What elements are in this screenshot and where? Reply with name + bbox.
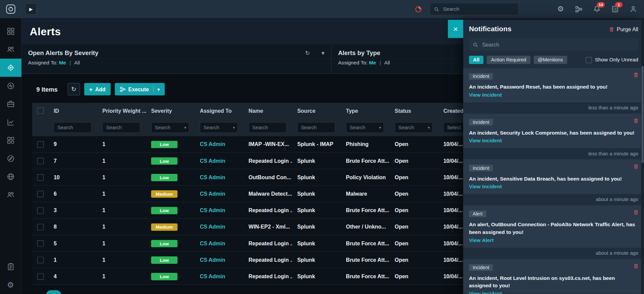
filter-assigned-input[interactable] [203, 124, 232, 131]
filter-chip-action-required[interactable]: Action Required [487, 56, 531, 64]
view-incident-link[interactable]: View Incident [469, 92, 638, 98]
column-header-status[interactable]: Status [390, 107, 438, 113]
notification-card[interactable]: Incident An incident, Root Level Intrusi… [463, 259, 644, 294]
trash-icon[interactable] [633, 72, 639, 78]
notification-card[interactable]: Incident An incident, Security Lock Comp… [463, 114, 644, 148]
add-button[interactable]: + Add [84, 83, 111, 95]
notifications-bell-icon[interactable]: 14 [593, 5, 601, 13]
settings-gear-icon[interactable]: ⚙ [556, 5, 565, 13]
sidebar-item-incidents[interactable] [0, 77, 21, 95]
view-incident-link[interactable]: View Incident [469, 184, 638, 190]
play-icon: ▶ [29, 6, 33, 12]
column-header-name[interactable]: Name [244, 107, 292, 113]
notification-type-badge: Alert [469, 211, 486, 217]
row-checkbox[interactable] [37, 141, 44, 148]
row-checkbox[interactable] [37, 207, 44, 214]
play-button[interactable]: ▶ [25, 3, 37, 15]
sidebar-item-settings[interactable]: ⚙ [0, 276, 21, 294]
sidebar-item-audit-log[interactable] [0, 258, 21, 276]
assigned-all-link[interactable]: All [74, 60, 80, 65]
sidebar-item-dashboard[interactable] [0, 22, 21, 40]
sidebar-item-reports[interactable] [0, 113, 21, 131]
assigned-all-link[interactable]: All [384, 60, 390, 65]
view-alert-link[interactable]: View Alert [469, 237, 638, 243]
refresh-icon[interactable]: ↻ [305, 49, 310, 56]
filter-status-input[interactable] [398, 124, 427, 131]
scrollbar-thumb[interactable] [642, 66, 644, 163]
show-only-unread-checkbox[interactable] [586, 57, 592, 63]
sidebar-item-threat-intel[interactable] [0, 149, 21, 167]
sidebar-item-web[interactable] [0, 167, 21, 186]
purge-all-button[interactable]: Purge All [609, 26, 638, 32]
assigned-to-link[interactable]: CS Admin [195, 273, 244, 279]
notifications-scrollbar[interactable] [641, 20, 644, 294]
row-checkbox[interactable] [37, 240, 44, 247]
assigned-to-link[interactable]: CS Admin [195, 141, 244, 147]
org-hierarchy-icon[interactable] [575, 5, 583, 13]
notification-card[interactable]: Incident An incident, Sensitive Data Bre… [463, 160, 644, 194]
pagination-button[interactable] [46, 290, 61, 294]
filter-severity-input[interactable] [154, 124, 183, 131]
row-checkbox[interactable] [37, 224, 44, 230]
assigned-to-link[interactable]: CS Admin [195, 224, 244, 230]
column-header-id[interactable]: ID [49, 107, 97, 113]
app-logo-icon[interactable] [0, 0, 21, 18]
assigned-to-link[interactable]: CS Admin [195, 158, 244, 164]
filter-chip-all[interactable]: All [469, 56, 483, 64]
chevron-down-icon[interactable]: ▾ [428, 126, 430, 130]
filter-type-input[interactable] [349, 124, 378, 131]
assigned-to-link[interactable]: CS Admin [195, 191, 244, 197]
filter-source-input[interactable] [300, 124, 332, 131]
sidebar-item-case-management[interactable] [0, 95, 21, 113]
global-search-input[interactable] [442, 6, 514, 12]
filter-chip-mentions[interactable]: @Mentions [534, 56, 567, 64]
sync-status-icon[interactable] [414, 5, 422, 13]
column-header-assigned[interactable]: Assigned To [195, 107, 244, 113]
column-header-severity[interactable]: Severity [146, 107, 195, 113]
trash-icon[interactable] [633, 263, 639, 268]
column-header-priority[interactable]: Priority Weight ... [97, 107, 146, 113]
chevron-down-icon[interactable]: ▾ [321, 49, 325, 56]
chevron-down-icon[interactable]: ▾ [233, 126, 235, 130]
sidebar-item-alerts[interactable] [0, 59, 21, 77]
notifications-close-button[interactable]: × [448, 20, 463, 38]
sidebar-item-user-groups[interactable] [0, 186, 21, 204]
row-checkbox[interactable] [37, 257, 44, 263]
sidebar-item-apps[interactable] [0, 131, 21, 149]
row-checkbox[interactable] [37, 273, 44, 280]
row-checkbox[interactable] [37, 191, 44, 197]
notification-type-badge: Incident [469, 165, 493, 172]
column-header-type[interactable]: Type [341, 107, 390, 113]
view-incident-link[interactable]: View Incident [469, 138, 638, 144]
assigned-me-link[interactable]: Me [369, 60, 376, 65]
filter-priority-input[interactable] [105, 124, 138, 131]
trash-icon[interactable] [633, 118, 639, 124]
notifications-search[interactable] [469, 38, 638, 51]
column-header-source[interactable]: Source [292, 107, 341, 113]
row-checkbox[interactable] [37, 174, 44, 181]
view-incident-link[interactable]: View Incident [469, 291, 638, 294]
execute-button[interactable]: Execute ▾ [115, 83, 165, 95]
row-checkbox[interactable] [37, 157, 44, 164]
notification-card[interactable]: Incident An incident, Password Reset, ha… [463, 68, 644, 102]
trash-icon[interactable] [633, 210, 639, 215]
notification-card[interactable]: Alert An alert, OutBound Connection - Pa… [463, 206, 644, 248]
assigned-to-link[interactable]: CS Admin [195, 174, 244, 180]
chevron-down-icon[interactable]: ▾ [184, 126, 186, 130]
global-search[interactable] [430, 3, 518, 15]
assigned-to-link[interactable]: CS Admin [195, 240, 244, 246]
filter-id-input[interactable] [57, 124, 89, 131]
plus-icon: + [89, 86, 93, 93]
chevron-down-icon[interactable]: ▾ [379, 126, 381, 130]
tasks-icon[interactable]: 1 [611, 5, 620, 13]
user-profile-icon[interactable] [629, 5, 638, 13]
refresh-button[interactable]: ↻ [67, 83, 80, 95]
trash-icon[interactable] [633, 164, 639, 169]
assigned-to-link[interactable]: CS Admin [195, 207, 244, 213]
filter-name-input[interactable] [251, 124, 284, 131]
assigned-to-link[interactable]: CS Admin [195, 257, 244, 263]
sidebar-item-users[interactable] [0, 41, 21, 59]
notifications-search-input[interactable] [481, 41, 634, 48]
select-all-checkbox[interactable] [37, 107, 44, 114]
assigned-me-link[interactable]: Me [59, 60, 66, 65]
